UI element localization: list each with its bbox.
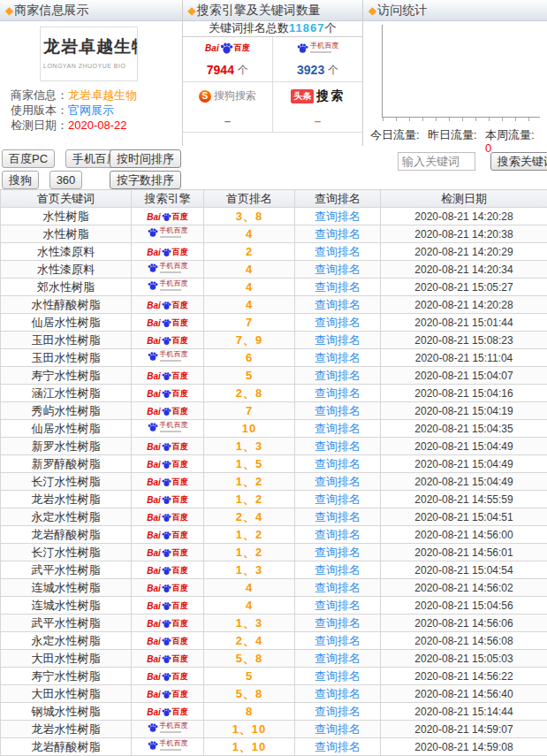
baidu-pc-logo: Bai 百度 xyxy=(147,300,188,311)
table-row: 郊水性树脂 手机百度 4 查询排名 2020-08-21 15:05:27 xyxy=(1,279,547,296)
query-rank-link[interactable]: 查询排名 xyxy=(315,493,361,506)
query-rank-cell: 查询排名 xyxy=(295,508,381,526)
keyword-search-input[interactable] xyxy=(398,152,475,171)
keyword-cell: 连城水性树脂 xyxy=(1,579,132,597)
query-rank-cell: 查询排名 xyxy=(295,385,381,402)
baidu-pc-count-unit: 个 xyxy=(238,63,248,78)
baidu-cn-text: 百度 xyxy=(172,300,188,311)
query-rank-link[interactable]: 查询排名 xyxy=(315,669,361,683)
query-rank-link[interactable]: 查询排名 xyxy=(315,457,361,470)
check-date-cell: 2020-08-21 15:05:27 xyxy=(381,279,547,296)
baidu-pc-logo: Bai 百度 xyxy=(147,636,188,647)
query-rank-link[interactable]: 查询排名 xyxy=(315,263,361,276)
query-rank-link[interactable]: 查询排名 xyxy=(315,369,361,382)
baidu-paw-icon xyxy=(148,422,158,432)
query-rank-link[interactable]: 查询排名 xyxy=(315,333,361,347)
query-rank-link[interactable]: 查询排名 xyxy=(315,298,361,311)
baidu-pc-logo: Bai 百度 xyxy=(147,388,188,400)
baidu-paw-icon xyxy=(162,389,171,399)
sort-by-time-button[interactable]: 按时间排序 xyxy=(110,149,181,168)
query-rank-link[interactable]: 查询排名 xyxy=(315,404,361,417)
table-row: 龙岩水性树脂 手机百度 1、10 查询排名 2020-08-21 14:59:0… xyxy=(1,721,547,738)
check-date-cell: 2020-08-21 14:56:00 xyxy=(381,526,547,544)
keyword-cell: 郊水性树脂 xyxy=(1,279,132,296)
baidu-text: Bai xyxy=(147,248,161,257)
query-rank-link[interactable]: 查询排名 xyxy=(315,316,361,329)
query-rank-link[interactable]: 查询排名 xyxy=(315,439,361,453)
query-rank-link[interactable]: 查询排名 xyxy=(315,227,361,241)
query-rank-link[interactable]: 查询排名 xyxy=(315,475,361,488)
query-rank-cell: 查询排名 xyxy=(295,314,381,332)
query-rank-cell: 查询排名 xyxy=(295,296,381,314)
query-rank-link[interactable]: 查询排名 xyxy=(315,351,361,364)
engine-cell: Bai 百度 xyxy=(132,473,204,491)
check-date-cell: 2020-08-21 14:55:59 xyxy=(381,491,547,508)
engine-cell: 手机百度 xyxy=(132,279,204,296)
query-rank-cell: 查询排名 xyxy=(295,579,381,597)
home-rank-cell: 5 xyxy=(204,367,295,385)
query-rank-link[interactable]: 查询排名 xyxy=(315,599,361,612)
baidu-text: Bai xyxy=(147,407,161,416)
baidu-mobile-tagline-placeholder xyxy=(160,731,181,733)
query-rank-link[interactable]: 查询排名 xyxy=(315,422,361,435)
baidu-paw-icon xyxy=(162,248,171,257)
baidu-text: Bai xyxy=(147,513,161,523)
version-value-link[interactable]: 官网展示 xyxy=(68,103,114,117)
baidu-cn-text: 百度 xyxy=(172,370,188,382)
home-rank-cell: 7、9 xyxy=(204,332,295,349)
engine-cell: Bai 百度 xyxy=(132,632,204,650)
baidu-paw-icon xyxy=(162,212,171,222)
sogou-logo: S 搜狗搜索 xyxy=(199,88,256,103)
baidu-cn-text: 百度 xyxy=(172,441,188,453)
baidu-paw-icon xyxy=(148,280,158,291)
check-date-cell: 2020-08-21 14:20:34 xyxy=(381,261,547,279)
baidu-pc-logo: Bai 百度 xyxy=(147,653,188,665)
query-rank-link[interactable]: 查询排名 xyxy=(315,563,361,577)
query-rank-link[interactable]: 查询排名 xyxy=(315,652,361,665)
engine-cell: Bai 百度 xyxy=(132,455,204,473)
query-rank-link[interactable]: 查询排名 xyxy=(315,722,361,736)
query-rank-link[interactable]: 查询排名 xyxy=(315,210,361,223)
filter-sogou-button[interactable]: 搜狗 xyxy=(2,171,39,189)
baidu-text: Bai xyxy=(147,442,161,452)
query-rank-link[interactable]: 查询排名 xyxy=(315,705,361,718)
baidu-mobile-tagline-placeholder xyxy=(160,271,181,273)
table-row: 永定水性树脂 Bai 百度 2、4 查询排名 2020-08-21 14:56:… xyxy=(1,632,547,650)
query-rank-link[interactable]: 查询排名 xyxy=(315,245,361,258)
home-rank-cell: 1、2 xyxy=(204,526,295,544)
baidu-cn-text: 百度 xyxy=(172,317,188,329)
total-prefix: 关键词排名总数 xyxy=(209,21,289,34)
query-rank-link[interactable]: 查询排名 xyxy=(315,386,361,400)
keyword-cell: 水性漆原料 xyxy=(1,261,132,279)
query-rank-link[interactable]: 查询排名 xyxy=(315,687,361,700)
home-rank-cell: 1、10 xyxy=(204,738,295,756)
keyword-cell: 龙岩醇酸树脂 xyxy=(1,526,132,544)
query-rank-link[interactable]: 查询排名 xyxy=(315,616,361,630)
home-rank-cell: 1、3 xyxy=(204,615,295,632)
query-rank-link[interactable]: 查询排名 xyxy=(315,546,361,559)
query-rank-cell: 查询排名 xyxy=(295,721,381,738)
home-rank-cell: 5 xyxy=(204,668,295,685)
check-date-cell: 2020-08-21 15:04:19 xyxy=(381,402,547,420)
query-rank-link[interactable]: 查询排名 xyxy=(315,280,361,294)
query-rank-link[interactable]: 查询排名 xyxy=(315,528,361,541)
query-rank-cell: 查询排名 xyxy=(295,261,381,279)
filter-baidu-pc-button[interactable]: 百度PC xyxy=(2,149,55,168)
search-keyword-button[interactable]: 搜索关键词 xyxy=(490,152,547,171)
query-rank-link[interactable]: 查询排名 xyxy=(315,510,361,523)
home-rank-cell: 4 xyxy=(204,225,295,243)
table-row: 龙岩醇酸树脂 Bai 百度 1、2 查询排名 2020-08-21 14:56:… xyxy=(1,526,547,544)
table-row: 水性漆原料 Bai 百度 2 查询排名 2020-08-21 14:20:29 xyxy=(1,243,547,261)
merchant-panel: ◆商家信息展示 龙岩卓越生物 LONGYAN ZHUOYUE BIO 商家信息：… xyxy=(0,0,183,146)
filter-360-button[interactable]: 360 xyxy=(49,171,83,189)
keyword-cell: 武平水性树脂 xyxy=(1,561,132,579)
keyword-cell: 新罗水性树脂 xyxy=(1,438,132,455)
query-rank-link[interactable]: 查询排名 xyxy=(315,581,361,594)
sort-by-length-button[interactable]: 按字数排序 xyxy=(110,171,181,189)
sogou-count: – xyxy=(224,114,231,127)
query-rank-link[interactable]: 查询排名 xyxy=(315,740,361,753)
query-rank-link[interactable]: 查询排名 xyxy=(315,634,361,647)
table-row: 玉田水性树脂 Bai 百度 7、9 查询排名 2020-08-21 15:08:… xyxy=(1,332,547,349)
engine-cell: Bai 百度 xyxy=(132,332,204,349)
baidu-text: Bai xyxy=(147,654,161,664)
